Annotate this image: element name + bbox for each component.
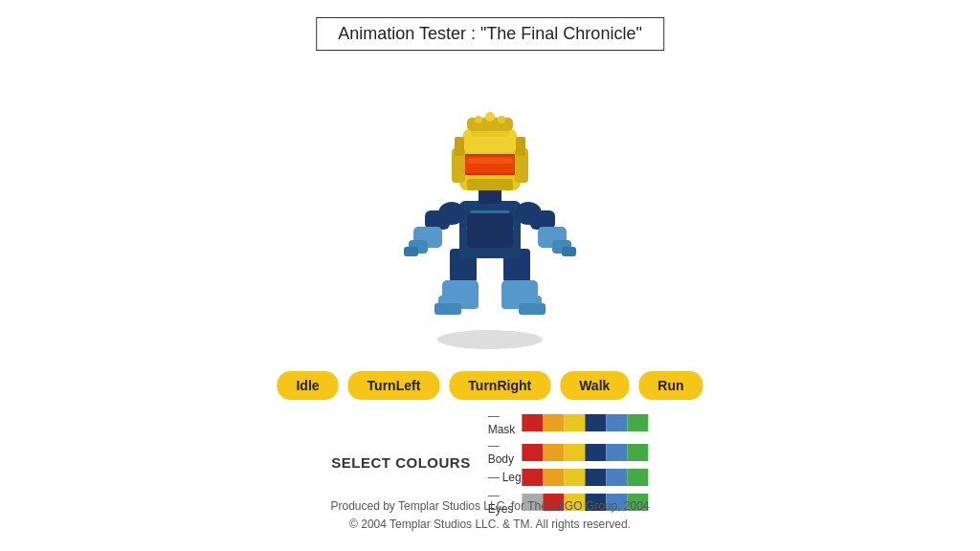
mask-swatch-2[interactable]	[565, 414, 586, 431]
turnleft-button[interactable]: TurnLeft	[348, 371, 440, 400]
svg-rect-4	[434, 303, 461, 315]
footer-line2: © 2004 Templar Studios LLC. & TM. All ri…	[330, 516, 649, 534]
svg-point-0	[437, 330, 543, 349]
body-label: Body	[488, 439, 523, 466]
svg-rect-29	[467, 158, 513, 164]
body-swatch-4[interactable]	[607, 444, 628, 461]
leg-swatch-1[interactable]	[544, 469, 565, 486]
leg-swatch-4[interactable]	[607, 469, 628, 486]
svg-rect-11	[467, 213, 513, 248]
leg-label: Leg	[488, 471, 523, 484]
leg-swatch-3[interactable]	[586, 469, 607, 486]
body-swatches	[523, 444, 649, 461]
footer-line1: Produced by Templar Studios LLC, for The…	[330, 497, 649, 516]
footer: Produced by Templar Studios LLC, for The…	[330, 497, 649, 534]
leg-swatch-2[interactable]	[565, 469, 586, 486]
run-button[interactable]: Run	[638, 371, 702, 400]
body-swatch-1[interactable]	[544, 444, 565, 461]
svg-rect-32	[467, 179, 513, 190]
leg-swatches	[523, 469, 649, 486]
mask-label: Mask	[488, 409, 523, 436]
svg-point-37	[498, 116, 505, 123]
idle-button[interactable]: Idle	[277, 371, 338, 400]
robot-display	[346, 57, 634, 354]
body-swatch-0[interactable]	[523, 444, 544, 461]
mask-swatch-3[interactable]	[586, 414, 607, 431]
mask-swatch-0[interactable]	[523, 414, 544, 431]
mask-colour-row: Mask	[488, 409, 649, 436]
svg-point-36	[475, 116, 482, 123]
walk-button[interactable]: Walk	[560, 371, 629, 400]
animation-controls: Idle TurnLeft TurnRight Walk Run	[277, 371, 702, 400]
mask-swatch-4[interactable]	[607, 414, 628, 431]
mask-swatches	[523, 414, 649, 431]
svg-rect-33	[455, 137, 464, 156]
turnright-button[interactable]: TurnRight	[449, 371, 550, 400]
body-swatch-2[interactable]	[565, 444, 586, 461]
svg-point-35	[485, 112, 495, 121]
svg-rect-8	[519, 303, 546, 315]
leg-colour-row: Leg	[488, 469, 649, 486]
body-swatch-3[interactable]	[586, 444, 607, 461]
body-swatch-5[interactable]	[628, 444, 649, 461]
leg-swatch-0[interactable]	[523, 469, 544, 486]
svg-rect-34	[516, 137, 525, 156]
mask-swatch-5[interactable]	[628, 414, 649, 431]
page-title: Animation Tester : "The Final Chronicle"	[316, 17, 664, 51]
svg-rect-16	[404, 247, 418, 256]
mask-swatch-1[interactable]	[544, 414, 565, 431]
select-colours-label: SELECT COLOURS	[331, 454, 470, 471]
svg-rect-21	[562, 247, 576, 256]
leg-swatch-5[interactable]	[628, 469, 649, 486]
body-colour-row: Body	[488, 439, 649, 466]
